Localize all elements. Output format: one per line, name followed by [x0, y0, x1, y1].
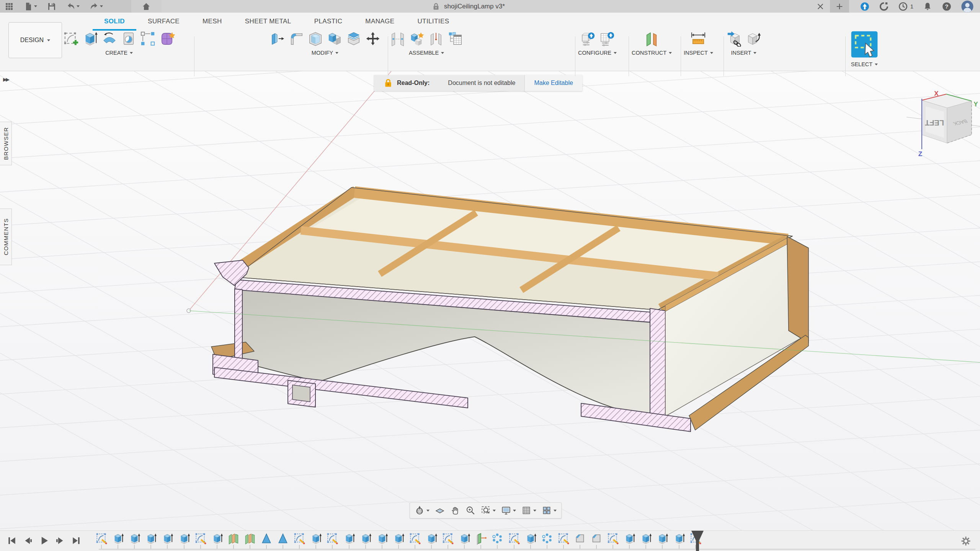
zoom-button[interactable]	[466, 505, 475, 515]
play-button[interactable]	[38, 535, 50, 546]
group-label-assemble[interactable]: ASSEMBLE	[409, 50, 444, 56]
insert-into-current-button[interactable]	[745, 31, 761, 47]
step-back-button[interactable]	[22, 535, 34, 546]
select-button[interactable]	[851, 31, 878, 58]
timeline-feature-extrude[interactable]	[673, 532, 686, 545]
pan-button[interactable]	[450, 505, 460, 515]
timeline-feature-extrude[interactable]	[211, 532, 224, 545]
account-button[interactable]	[961, 0, 974, 13]
tab-solid[interactable]: SOLID	[93, 15, 136, 31]
timeline-feature-extrude[interactable]	[623, 532, 636, 545]
viewcube-label-front[interactable]: LEFT	[925, 119, 944, 127]
close-document-button[interactable]	[811, 2, 830, 11]
timeline-feature-mirror[interactable]	[243, 532, 256, 545]
press-pull-button[interactable]	[269, 31, 285, 47]
viewports-button[interactable]	[542, 505, 557, 515]
timeline-feature-sketch[interactable]	[293, 532, 306, 545]
app-menu-button[interactable]	[5, 2, 14, 11]
move-copy-button[interactable]	[365, 31, 381, 47]
timeline-feature-extrude[interactable]	[161, 532, 174, 545]
timeline-feature-circular-pattern[interactable]	[491, 532, 504, 545]
hole-button[interactable]	[121, 31, 137, 47]
tab-manage[interactable]: MANAGE	[354, 15, 406, 31]
new-component-button[interactable]	[409, 31, 425, 47]
timeline-feature-extrude[interactable]	[524, 532, 537, 545]
insert-derive-button[interactable]	[726, 31, 742, 47]
make-editable-button[interactable]: Make Editable	[525, 75, 582, 91]
go-to-start-button[interactable]	[6, 535, 18, 546]
timeline-feature-sketch[interactable]	[557, 532, 570, 545]
timeline-feature-extrude[interactable]	[639, 532, 652, 545]
timeline-feature-extrude[interactable]	[425, 532, 438, 545]
timeline-feature-extrude[interactable]	[128, 532, 141, 545]
timeline-feature-chamfer[interactable]	[573, 532, 586, 545]
configuration-button[interactable]	[580, 31, 596, 47]
redo-button[interactable]	[90, 2, 103, 11]
new-tab-button[interactable]	[830, 0, 849, 13]
timeline-feature-extrude[interactable]	[392, 532, 405, 545]
bom-table-button[interactable]	[447, 31, 463, 47]
tab-utilities[interactable]: UTILITIES	[406, 15, 461, 31]
fit-button[interactable]	[481, 505, 496, 515]
tab-mesh[interactable]: MESH	[191, 15, 234, 31]
timeline-feature-sketch[interactable]	[441, 532, 454, 545]
notifications-button[interactable]	[923, 2, 933, 11]
timeline-feature-plane[interactable]	[474, 532, 487, 545]
extrude-button[interactable]	[82, 31, 98, 47]
timeline-feature-sketch[interactable]	[606, 532, 619, 545]
as-built-joint-button[interactable]	[428, 31, 444, 47]
create-form-button[interactable]	[159, 31, 175, 47]
split-body-button[interactable]	[346, 31, 362, 47]
timeline-feature-extrude[interactable]	[111, 532, 124, 545]
timeline-feature-mirror[interactable]	[227, 532, 240, 545]
timeline-settings-gear-icon[interactable]	[960, 535, 972, 547]
step-forward-button[interactable]	[54, 535, 66, 546]
shell-button[interactable]	[307, 31, 323, 47]
grid-settings-button[interactable]	[521, 505, 536, 515]
orbit-button[interactable]	[415, 505, 430, 515]
group-label-insert[interactable]: INSERT	[731, 50, 757, 56]
offset-plane-button[interactable]	[644, 31, 660, 47]
help-button[interactable]: ?	[942, 2, 952, 11]
extension-update-button[interactable]	[860, 2, 870, 11]
look-at-button[interactable]	[435, 505, 445, 515]
timeline-feature-sketch[interactable]	[408, 532, 421, 545]
timeline-feature-sketch[interactable]	[326, 532, 339, 545]
group-label-inspect[interactable]: INSPECT	[684, 50, 713, 56]
save-button[interactable]	[47, 2, 56, 11]
home-button[interactable]	[131, 0, 161, 13]
timeline-playhead[interactable]	[690, 531, 705, 551]
timeline-feature-extrude[interactable]	[144, 532, 157, 545]
group-label-modify[interactable]: MODIFY	[312, 50, 338, 56]
workspace-switcher[interactable]: DESIGN	[8, 22, 62, 58]
fillet-button[interactable]	[288, 31, 304, 47]
group-label-create[interactable]: CREATE	[105, 50, 133, 56]
sidebar-tab-browser[interactable]: BROWSER	[0, 122, 12, 165]
measure-button[interactable]	[690, 31, 706, 47]
timeline-feature-draft[interactable]	[260, 532, 273, 545]
rectangular-pattern-button[interactable]	[140, 31, 156, 47]
expand-panel-icon[interactable]: ▶▶	[3, 77, 8, 82]
timeline-track[interactable]	[99, 549, 975, 550]
timeline-feature-sketch[interactable]	[194, 532, 207, 545]
combine-button[interactable]	[327, 31, 343, 47]
timeline-feature-extrude[interactable]	[178, 532, 191, 545]
timeline-feature-draft[interactable]	[276, 532, 289, 545]
file-button[interactable]	[24, 2, 37, 11]
timeline-feature-extrude[interactable]	[458, 532, 471, 545]
timeline-feature-extrude[interactable]	[359, 532, 372, 545]
display-settings-button[interactable]	[501, 505, 516, 515]
undo-button[interactable]	[66, 2, 80, 11]
timeline-feature-extrude[interactable]	[309, 532, 322, 545]
job-status-button[interactable]: 1	[898, 2, 913, 11]
go-to-end-button[interactable]	[70, 535, 82, 546]
group-label-select[interactable]: SELECT	[851, 61, 878, 67]
timeline-feature-extrude[interactable]	[343, 532, 356, 545]
create-sketch-button[interactable]	[63, 31, 79, 47]
tab-surface[interactable]: SURFACE	[136, 15, 191, 31]
timeline-feature-extrude[interactable]	[656, 532, 669, 545]
timeline-feature-extrude[interactable]	[376, 532, 389, 545]
document-tab[interactable]: shojiCeilingLamp v3*	[432, 0, 505, 13]
tab-plastic[interactable]: PLASTIC	[303, 15, 354, 31]
timeline-feature-circular-pattern[interactable]	[541, 532, 554, 545]
